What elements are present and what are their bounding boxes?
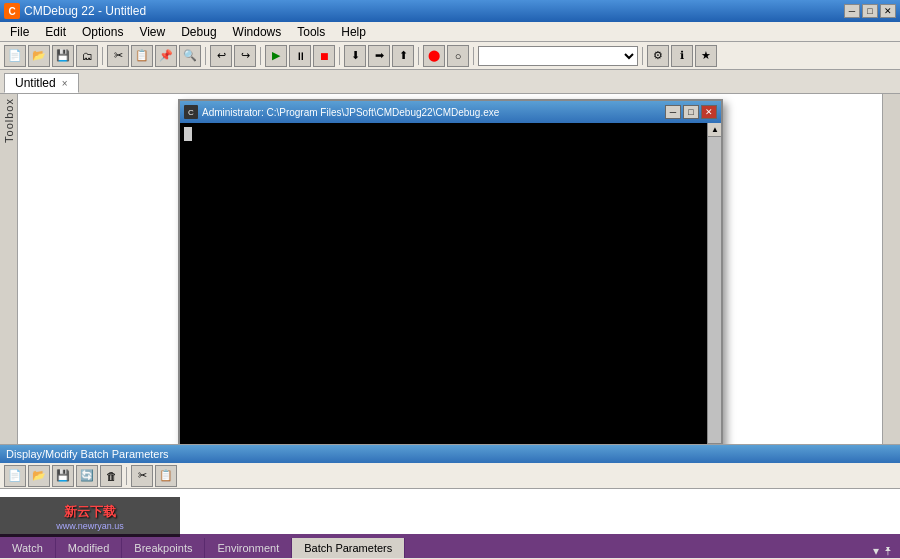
cmd-content: ▲ ▼ — [180, 123, 721, 444]
clear-bp-button[interactable]: ○ — [447, 45, 469, 67]
paste-button[interactable]: 📌 — [155, 45, 177, 67]
save-button[interactable]: 💾 — [52, 45, 74, 67]
watermark-main: 新云下载 — [56, 503, 124, 521]
params-toolbar: 📄 📂 💾 🔄 🗑 ✂ 📋 — [0, 463, 900, 489]
cmd-window: C Administrator: C:\Program Files\JPSoft… — [178, 99, 723, 444]
sep-7 — [642, 47, 643, 65]
cmd-cursor — [184, 127, 192, 141]
config-button[interactable]: ⚙ — [647, 45, 669, 67]
main-layout: Toolbox C Administrator: C:\Program File… — [0, 94, 900, 444]
menu-tools[interactable]: Tools — [289, 23, 333, 41]
toolbox-label: Toolbox — [3, 98, 15, 143]
sep-4 — [339, 47, 340, 65]
cmd-maximize-button[interactable]: □ — [683, 105, 699, 119]
params-copy-btn[interactable]: 📋 — [155, 465, 177, 487]
breakpoint-button[interactable]: ⬤ — [423, 45, 445, 67]
toolbar-combo[interactable] — [478, 46, 638, 66]
bottom-tab-breakpoints[interactable]: Breakpoints — [122, 538, 205, 558]
menu-edit[interactable]: Edit — [37, 23, 74, 41]
title-bar-text: CMDebug 22 - Untitled — [24, 4, 146, 18]
sep-3 — [260, 47, 261, 65]
find-button[interactable]: 🔍 — [179, 45, 201, 67]
cut-button[interactable]: ✂ — [107, 45, 129, 67]
new-button[interactable]: 📄 — [4, 45, 26, 67]
step-over-button[interactable]: ➡ — [368, 45, 390, 67]
save-all-button[interactable]: 🗂 — [76, 45, 98, 67]
menu-debug[interactable]: Debug — [173, 23, 224, 41]
cmd-scrollbar[interactable]: ▲ ▼ — [707, 123, 721, 444]
info-button[interactable]: ℹ — [671, 45, 693, 67]
tab-close-icon[interactable]: × — [62, 78, 68, 89]
sep-1 — [102, 47, 103, 65]
menu-view[interactable]: View — [131, 23, 173, 41]
maximize-button[interactable]: □ — [862, 4, 878, 18]
params-sep — [126, 467, 127, 485]
sep-2 — [205, 47, 206, 65]
copy-button[interactable]: 📋 — [131, 45, 153, 67]
menu-bar: File Edit Options View Debug Windows Too… — [0, 22, 900, 42]
run-button[interactable]: ▶ — [265, 45, 287, 67]
cmd-minimize-button[interactable]: ─ — [665, 105, 681, 119]
open-button[interactable]: 📂 — [28, 45, 50, 67]
extra-button[interactable]: ★ — [695, 45, 717, 67]
redo-button[interactable]: ↪ — [234, 45, 256, 67]
undo-button[interactable]: ↩ — [210, 45, 232, 67]
tab-label: Untitled — [15, 76, 56, 90]
bottom-tab-batch-params[interactable]: Batch Parameters — [292, 538, 405, 558]
cmd-close-button[interactable]: ✕ — [701, 105, 717, 119]
main-toolbar: 📄 📂 💾 🗂 ✂ 📋 📌 🔍 ↩ ↪ ▶ ⏸ ⏹ ⬇ ➡ ⬆ ⬤ ○ ⚙ ℹ … — [0, 42, 900, 70]
cmd-app-icon: C — [184, 105, 198, 119]
sep-6 — [473, 47, 474, 65]
title-bar: C CMDebug 22 - Untitled ─ □ ✕ — [0, 0, 900, 22]
step-into-button[interactable]: ⬇ — [344, 45, 366, 67]
bottom-tabs-bar: Watch Modified Breakpoints Environment B… — [0, 534, 900, 558]
app-icon: C — [4, 3, 20, 19]
title-bar-left: C CMDebug 22 - Untitled — [4, 3, 146, 19]
params-save-btn[interactable]: 💾 — [52, 465, 74, 487]
editor-area[interactable]: C Administrator: C:\Program Files\JPSoft… — [18, 94, 882, 444]
params-refresh-btn[interactable]: 🔄 — [76, 465, 98, 487]
menu-file[interactable]: File — [2, 23, 37, 41]
menu-help[interactable]: Help — [333, 23, 374, 41]
menu-windows[interactable]: Windows — [225, 23, 290, 41]
bottom-tab-modified[interactable]: Modified — [56, 538, 123, 558]
bottom-tab-watch[interactable]: Watch — [0, 538, 56, 558]
cmd-title-text: Administrator: C:\Program Files\JPSoft\C… — [202, 107, 499, 118]
params-header: Display/Modify Batch Parameters — [0, 445, 900, 463]
params-new-btn[interactable]: 📄 — [4, 465, 26, 487]
minimize-button[interactable]: ─ — [844, 4, 860, 18]
params-delete-btn[interactable]: 🗑 — [100, 465, 122, 487]
tab-untitled[interactable]: Untitled × — [4, 73, 79, 93]
close-button[interactable]: ✕ — [880, 4, 896, 18]
watermark: 新云下载 www.newryan.us — [0, 497, 180, 537]
pause-button[interactable]: ⏸ — [289, 45, 311, 67]
menu-options[interactable]: Options — [74, 23, 131, 41]
bottom-tab-environment[interactable]: Environment — [205, 538, 292, 558]
params-open-btn[interactable]: 📂 — [28, 465, 50, 487]
step-out-button[interactable]: ⬆ — [392, 45, 414, 67]
cmd-titlebar: C Administrator: C:\Program Files\JPSoft… — [180, 101, 721, 123]
cmd-scroll-up-icon[interactable]: ▲ — [708, 123, 721, 137]
bottom-tab-arrow: ▾ 🖈 — [867, 544, 900, 558]
params-title: Display/Modify Batch Parameters — [6, 448, 169, 460]
right-panel — [882, 94, 900, 444]
cmd-title-left: C Administrator: C:\Program Files\JPSoft… — [184, 105, 499, 119]
toolbox-sidebar: Toolbox — [0, 94, 18, 444]
sep-5 — [418, 47, 419, 65]
title-bar-buttons: ─ □ ✕ — [844, 4, 896, 18]
stop-button[interactable]: ⏹ — [313, 45, 335, 67]
params-cut-btn[interactable]: ✂ — [131, 465, 153, 487]
watermark-sub: www.newryan.us — [56, 521, 124, 531]
cmd-title-buttons: ─ □ ✕ — [665, 105, 717, 119]
cmd-scroll-down-icon[interactable]: ▼ — [708, 443, 721, 444]
tab-bar: Untitled × — [0, 70, 900, 94]
